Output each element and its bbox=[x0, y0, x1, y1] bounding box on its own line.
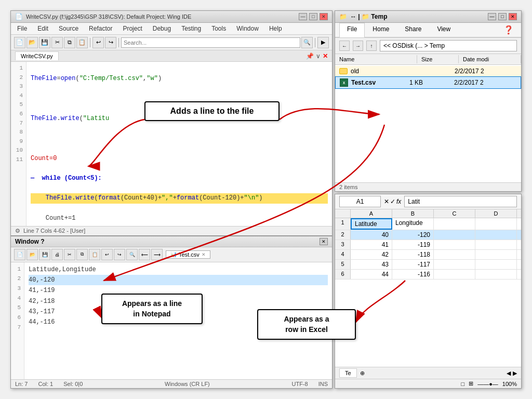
excel-normal-view[interactable]: □ bbox=[461, 381, 465, 387]
excel-cell-b5[interactable]: -117 bbox=[392, 260, 434, 269]
excel-cell-c1[interactable] bbox=[434, 218, 475, 230]
menu-testing[interactable]: Testing bbox=[179, 24, 203, 33]
excel-cell-b3[interactable]: -119 bbox=[392, 240, 434, 249]
menu-debug[interactable]: Debug bbox=[151, 24, 173, 33]
excel-cell-b1[interactable]: Longitude bbox=[392, 218, 434, 230]
excel-fx-icon[interactable]: fx bbox=[396, 198, 401, 205]
notepad-tb-10[interactable]: 🔍 bbox=[126, 249, 138, 260]
maximize-button[interactable]: □ bbox=[309, 13, 317, 20]
toolbar-redo[interactable]: ↪ bbox=[105, 37, 116, 48]
fe-tab-home[interactable]: Home bbox=[365, 23, 397, 37]
fe-close-btn[interactable]: ✕ bbox=[509, 13, 517, 20]
excel-cell-b6[interactable]: -116 bbox=[392, 270, 434, 279]
fe-col-date[interactable]: Date modi bbox=[459, 55, 521, 63]
notepad-tb-12[interactable]: ⟶ bbox=[151, 249, 163, 260]
notepad-tb-9[interactable]: ↪ bbox=[114, 249, 125, 260]
excel-sheet-tab[interactable]: Te bbox=[339, 368, 357, 378]
excel-cell-d5[interactable] bbox=[475, 260, 517, 269]
menu-refactor[interactable]: Refactor bbox=[87, 24, 114, 33]
excel-scroll-right[interactable]: ▶ bbox=[513, 370, 517, 377]
excel-formula-bar[interactable] bbox=[404, 196, 517, 207]
excel-confirm-icon[interactable]: ✓ bbox=[390, 198, 395, 205]
fe-col-size[interactable]: Size bbox=[417, 55, 459, 63]
excel-cell-c6[interactable] bbox=[434, 270, 475, 279]
excel-cell-c3[interactable] bbox=[434, 240, 475, 249]
minimize-button[interactable]: — bbox=[299, 13, 307, 20]
menu-file[interactable]: File bbox=[15, 24, 29, 33]
notepad-tb-2[interactable]: 📂 bbox=[26, 249, 38, 260]
pin-icon[interactable]: 📌 bbox=[306, 52, 314, 60]
editor-tab-csv[interactable]: WriteCSV.py bbox=[15, 51, 59, 60]
excel-cell-c4[interactable] bbox=[434, 250, 475, 259]
menu-source[interactable]: Source bbox=[57, 24, 81, 33]
excel-cell-a4[interactable]: 42 bbox=[351, 250, 392, 259]
menu-project[interactable]: Project bbox=[121, 24, 144, 33]
notepad-tb-11[interactable]: ⟵ bbox=[139, 249, 150, 260]
menu-window[interactable]: Window bbox=[234, 24, 261, 33]
toolbar-run[interactable]: ▶ bbox=[317, 37, 329, 48]
excel-col-a[interactable]: A bbox=[351, 209, 392, 218]
excel-cell-d2[interactable] bbox=[475, 230, 517, 240]
excel-cell-a2[interactable]: 40 bbox=[351, 230, 392, 240]
fe-minimize-btn[interactable]: — bbox=[488, 13, 496, 20]
menu-edit[interactable]: Edit bbox=[35, 24, 50, 33]
toolbar-new[interactable]: 📄 bbox=[14, 37, 25, 48]
excel-cell-d4[interactable] bbox=[475, 250, 517, 259]
notepad-file-tab[interactable]: 📊 Test.csv ✕ bbox=[166, 250, 210, 259]
fe-folder-old[interactable]: old 2/2/2017 2 bbox=[335, 66, 521, 76]
excel-cell-d1[interactable] bbox=[475, 218, 517, 230]
fe-forward-btn[interactable]: → bbox=[353, 41, 363, 51]
close-button[interactable]: ✕ bbox=[320, 13, 328, 20]
excel-col-b[interactable]: B bbox=[392, 209, 434, 218]
fe-col-name[interactable]: Name bbox=[335, 55, 417, 63]
notepad-tb-4[interactable]: 🖨 bbox=[51, 249, 63, 260]
notepad-tb-8[interactable]: ↩ bbox=[101, 249, 113, 260]
excel-cell-d3[interactable] bbox=[475, 240, 517, 249]
collapse-icon[interactable]: ∨ bbox=[316, 52, 321, 60]
fe-address-input[interactable] bbox=[380, 40, 517, 51]
notepad-tb-3[interactable]: 💾 bbox=[39, 249, 50, 260]
toolbar-save[interactable]: 💾 bbox=[39, 37, 50, 48]
excel-cell-a5[interactable]: 43 bbox=[351, 260, 392, 269]
fe-help-btn[interactable]: ❓ bbox=[500, 23, 517, 37]
excel-cell-b2[interactable]: -120 bbox=[392, 230, 434, 240]
fe-back-btn[interactable]: ← bbox=[339, 41, 350, 51]
toolbar-open[interactable]: 📂 bbox=[26, 37, 38, 48]
toolbar-copy[interactable]: ⧉ bbox=[64, 37, 75, 48]
toolbar-paste[interactable]: 📋 bbox=[76, 37, 88, 48]
excel-cell-a6[interactable]: 44 bbox=[351, 270, 392, 279]
excel-add-sheet-btn[interactable]: ⊕ bbox=[360, 370, 365, 377]
fe-file-testcsv[interactable]: X Test.csv 1 KB 2/2/2017 2 bbox=[335, 76, 521, 89]
notepad-tb-7[interactable]: 📋 bbox=[89, 249, 100, 260]
toolbar-search-input[interactable] bbox=[121, 37, 300, 48]
toolbar-cut[interactable]: ✂ bbox=[51, 37, 63, 48]
excel-cell-d6[interactable] bbox=[475, 270, 517, 279]
fe-up-btn[interactable]: ↑ bbox=[366, 41, 377, 51]
toolbar-search-btn[interactable]: 🔍 bbox=[301, 37, 313, 48]
code-editor[interactable]: 1 2 3 4 5 6 7 8 9 10 11 TheFile=op bbox=[11, 62, 332, 226]
notepad-close-btn[interactable]: ✕ bbox=[320, 238, 328, 245]
excel-page-layout-view[interactable]: ⊞ bbox=[469, 380, 473, 387]
fe-tab-share[interactable]: Share bbox=[397, 23, 429, 37]
notepad-tab-close[interactable]: ✕ bbox=[202, 252, 206, 257]
excel-cell-a1[interactable]: Latitude bbox=[351, 218, 392, 230]
fe-tab-view[interactable]: View bbox=[429, 23, 458, 37]
notepad-tb-1[interactable]: 📄 bbox=[14, 249, 25, 260]
menu-help[interactable]: Help bbox=[267, 24, 284, 33]
excel-cell-b4[interactable]: -118 bbox=[392, 250, 434, 259]
excel-col-c[interactable]: C bbox=[434, 209, 475, 218]
excel-cell-a3[interactable]: 41 bbox=[351, 240, 392, 249]
excel-zoom-slider[interactable]: ——●— bbox=[477, 381, 498, 387]
excel-namebox[interactable] bbox=[339, 196, 381, 207]
notepad-tb-5[interactable]: ✂ bbox=[64, 249, 75, 260]
fe-tab-file[interactable]: File bbox=[339, 23, 365, 37]
toolbar-undo[interactable]: ↩ bbox=[92, 37, 104, 48]
close-editor-icon[interactable]: ✕ bbox=[323, 52, 328, 60]
excel-col-d[interactable]: D bbox=[475, 209, 517, 218]
fe-maximize-btn[interactable]: □ bbox=[498, 13, 507, 20]
excel-cell-c5[interactable] bbox=[434, 260, 475, 269]
code-content[interactable]: TheFile=open("C:Temp/Test.csv","w") TheF… bbox=[26, 62, 332, 226]
notepad-tb-6[interactable]: ⧉ bbox=[76, 249, 88, 260]
excel-cancel-icon[interactable]: ✕ bbox=[384, 198, 389, 205]
excel-scroll-left[interactable]: ◀ bbox=[507, 370, 511, 377]
